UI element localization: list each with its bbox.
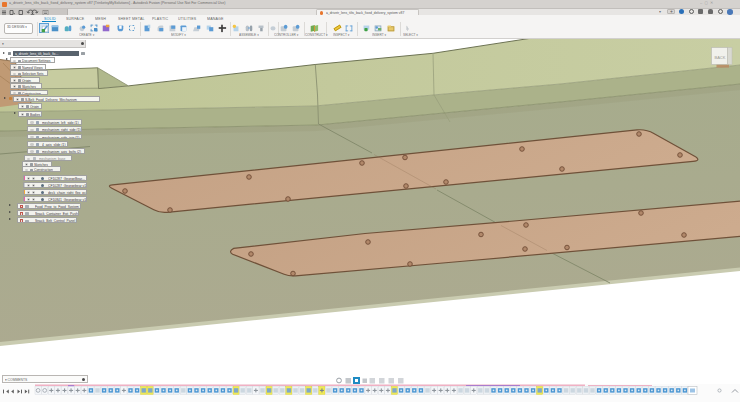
svg-text:BACK: BACK xyxy=(715,55,726,60)
